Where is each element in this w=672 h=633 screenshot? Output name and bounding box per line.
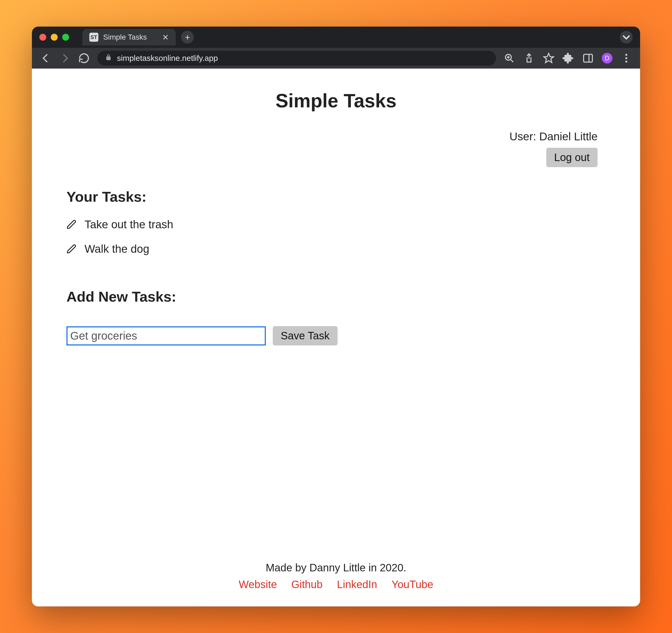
footer-link-youtube[interactable]: YouTube xyxy=(391,579,433,590)
back-button[interactable] xyxy=(40,52,52,64)
logout-button[interactable]: Log out xyxy=(546,148,598,167)
user-block: User: Daniel Little Log out xyxy=(510,130,598,167)
bookmark-star-icon[interactable] xyxy=(543,52,554,64)
svg-point-7 xyxy=(625,54,627,56)
tab-favicon: ST xyxy=(89,33,98,42)
forward-button[interactable] xyxy=(59,52,71,64)
add-task-row: Save Task xyxy=(67,326,605,345)
svg-rect-5 xyxy=(584,54,593,62)
edit-icon[interactable] xyxy=(67,244,77,254)
kebab-menu-icon[interactable] xyxy=(620,52,632,64)
viewport: Simple Tasks User: Daniel Little Log out… xyxy=(32,69,640,606)
svg-marker-4 xyxy=(544,53,554,63)
tabs-dropdown-button[interactable] xyxy=(620,31,633,44)
edit-icon[interactable] xyxy=(67,219,77,230)
profile-avatar[interactable]: D xyxy=(602,53,613,64)
browser-tab[interactable]: ST Simple Tasks ✕ xyxy=(82,29,176,45)
address-bar-row: simpletasksonline.netlify.app D xyxy=(32,48,640,69)
avatar-initial: D xyxy=(605,54,609,62)
window-close-button[interactable] xyxy=(39,34,46,41)
url-text: simpletasksonline.netlify.app xyxy=(117,54,218,63)
reload-button[interactable] xyxy=(78,52,90,64)
page-content: Simple Tasks User: Daniel Little Log out… xyxy=(32,69,640,562)
lock-icon xyxy=(105,54,112,63)
task-list: Take out the trash Walk the dog xyxy=(67,218,605,267)
footer-link-github[interactable]: Github xyxy=(291,579,323,590)
address-bar[interactable]: simpletasksonline.netlify.app xyxy=(97,51,496,66)
footer-link-linkedin[interactable]: LinkedIn xyxy=(337,579,377,590)
zoom-icon[interactable] xyxy=(503,52,515,64)
user-name: Daniel Little xyxy=(539,130,598,143)
extensions-icon[interactable] xyxy=(562,52,574,64)
footer: Made by Danny Little in 2020. Website Gi… xyxy=(32,562,640,606)
app-title: Simple Tasks xyxy=(67,90,605,112)
task-text: Walk the dog xyxy=(85,243,149,255)
toolbar-right: D xyxy=(503,52,632,64)
svg-line-1 xyxy=(511,60,513,62)
user-label: User: xyxy=(510,130,539,143)
tab-bar: ST Simple Tasks ✕ + xyxy=(32,27,640,48)
sidepanel-icon[interactable] xyxy=(582,52,594,64)
tab-close-icon[interactable]: ✕ xyxy=(162,33,169,42)
task-row: Walk the dog xyxy=(67,243,605,255)
task-text: Take out the trash xyxy=(85,218,173,231)
your-tasks-heading: Your Tasks: xyxy=(67,188,605,205)
svg-point-9 xyxy=(625,60,627,63)
share-icon[interactable] xyxy=(523,52,535,64)
tab-title: Simple Tasks xyxy=(103,33,147,42)
task-row: Take out the trash xyxy=(67,218,605,231)
save-task-button[interactable]: Save Task xyxy=(273,326,338,345)
footer-credit: Made by Danny Little in 2020. xyxy=(32,562,640,574)
new-tab-button[interactable]: + xyxy=(181,31,194,44)
footer-links: Website Github LinkedIn YouTube xyxy=(32,579,640,590)
footer-link-website[interactable]: Website xyxy=(239,579,277,590)
svg-point-8 xyxy=(625,57,627,59)
new-task-input[interactable] xyxy=(67,326,266,345)
window-fullscreen-button[interactable] xyxy=(62,34,69,41)
browser-window: ST Simple Tasks ✕ + simpletasksonline.ne… xyxy=(32,27,640,606)
window-minimize-button[interactable] xyxy=(51,34,58,41)
user-line: User: Daniel Little xyxy=(510,130,598,143)
window-controls xyxy=(39,34,69,41)
add-tasks-heading: Add New Tasks: xyxy=(67,288,605,305)
